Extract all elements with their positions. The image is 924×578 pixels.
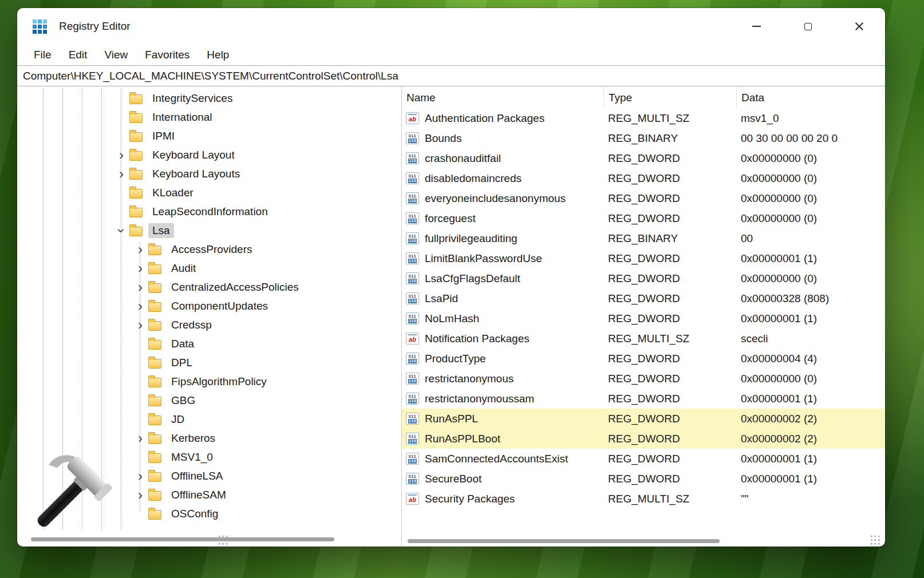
tree-item[interactable]: DPL xyxy=(17,353,401,372)
registry-value-row[interactable]: 011110 LimitBlankPasswordUse REG_DWORD 0… xyxy=(402,248,885,268)
value-data: 0x00000002 (2) xyxy=(736,413,885,425)
registry-value-row[interactable]: 011110 restrictanonymous REG_DWORD 0x000… xyxy=(402,369,885,389)
tree-item[interactable]: AccessProviders xyxy=(17,240,401,259)
value-name-cell: 011110 ProductType xyxy=(402,353,603,365)
chevron-icon[interactable] xyxy=(132,299,148,313)
value-type-icon: 011110 xyxy=(406,132,419,144)
registry-value-row[interactable]: 011110 SamConnectedAccountsExist REG_DWO… xyxy=(402,449,885,469)
chevron-icon[interactable] xyxy=(113,224,129,237)
menu-favorites[interactable]: Favorites xyxy=(136,47,198,63)
registry-value-row[interactable]: ab Security Packages REG_MULTI_SZ "" xyxy=(402,489,885,509)
registry-value-row[interactable]: 011110 LsaCfgFlagsDefault REG_DWORD 0x00… xyxy=(402,268,885,288)
tree-item[interactable]: OfflineSAM xyxy=(17,485,401,504)
tree-item-label: Data xyxy=(167,336,198,351)
value-type-icon: 011110 xyxy=(406,413,419,425)
tree-item[interactable]: ComponentUpdates xyxy=(17,296,401,315)
tree-item[interactable]: IPMI xyxy=(17,126,401,145)
chevron-icon[interactable] xyxy=(132,488,148,502)
value-data: 0x00000001 (1) xyxy=(736,393,885,405)
registry-value-row[interactable]: ab Notification Packages REG_MULTI_SZ sc… xyxy=(402,328,885,349)
column-header-name[interactable]: Name xyxy=(402,88,603,108)
tree-horizontal-scrollbar[interactable] xyxy=(31,537,334,541)
value-type-icon: 011110 xyxy=(406,292,419,304)
value-type-icon: 011110 xyxy=(406,453,419,465)
folder-icon xyxy=(129,170,143,180)
registry-value-row[interactable]: 011110 everyoneincludesanonymous REG_DWO… xyxy=(402,188,885,208)
tree-item[interactable]: OfflineLSA xyxy=(17,466,401,485)
registry-value-row[interactable]: 011110 RunAsPPLBoot REG_DWORD 0x00000002… xyxy=(402,429,885,449)
tree-item[interactable]: Credssp xyxy=(17,315,401,334)
tree-item-label: Lsa xyxy=(148,223,174,238)
registry-editor-icon xyxy=(32,19,48,34)
registry-value-row[interactable]: 011110 RunAsPPL REG_DWORD 0x00000002 (2) xyxy=(402,409,885,429)
tree-item[interactable]: Keyboard Layout xyxy=(17,145,401,164)
close-button[interactable] xyxy=(834,8,885,45)
registry-value-row[interactable]: 011110 NoLmHash REG_DWORD 0x00000001 (1) xyxy=(402,308,885,328)
folder-icon xyxy=(129,94,143,104)
resize-grip[interactable] xyxy=(870,535,880,545)
maximize-button[interactable] xyxy=(782,8,834,45)
value-name-cell: 011110 Bounds xyxy=(402,132,603,145)
value-name: LimitBlankPasswordUse xyxy=(425,252,542,265)
registry-value-row[interactable]: 011110 disabledomaincreds REG_DWORD 0x00… xyxy=(402,168,885,188)
tree-item[interactable]: MSV1_0 xyxy=(17,448,401,466)
tree-item[interactable]: Data xyxy=(17,334,401,353)
tree-item[interactable]: Audit xyxy=(17,259,401,278)
value-type: REG_DWORD xyxy=(603,172,736,185)
value-name-cell: 011110 everyoneincludesanonymous xyxy=(402,192,603,205)
tree-item[interactable]: KLoader xyxy=(17,183,401,202)
tree-item[interactable]: CentralizedAccessPolicies xyxy=(17,278,401,296)
tree-item[interactable]: LeapSecondInformation xyxy=(17,202,401,221)
value-type-icon: 011110 xyxy=(406,373,419,385)
column-header-data[interactable]: Data xyxy=(736,88,885,108)
list-horizontal-scrollbar[interactable] xyxy=(408,539,720,543)
tree-item[interactable]: International xyxy=(17,108,401,126)
value-name: SamConnectedAccountsExist xyxy=(425,453,568,465)
value-data: 0x00000004 (4) xyxy=(736,353,885,365)
chevron-icon[interactable] xyxy=(132,431,148,445)
scroll-grip[interactable] xyxy=(218,535,228,545)
title-bar[interactable]: Registry Editor xyxy=(17,8,885,45)
column-header-type[interactable]: Type xyxy=(603,88,736,108)
minimize-button[interactable] xyxy=(730,8,782,45)
value-name: forceguest xyxy=(425,212,476,225)
registry-value-row[interactable]: 011110 SecureBoot REG_DWORD 0x00000001 (… xyxy=(402,469,885,489)
chevron-icon[interactable] xyxy=(132,318,148,332)
value-type-icon: 011110 xyxy=(406,433,419,445)
value-name-cell: 011110 forceguest xyxy=(402,212,603,225)
chevron-icon[interactable] xyxy=(132,469,148,483)
chevron-icon[interactable] xyxy=(113,167,129,181)
tree-item[interactable]: Lsa xyxy=(17,221,401,240)
registry-value-row[interactable]: ab Authentication Packages REG_MULTI_SZ … xyxy=(402,108,885,128)
registry-value-row[interactable]: 011110 restrictanonymoussam REG_DWORD 0x… xyxy=(402,389,885,409)
registry-value-row[interactable]: 011110 LsaPid REG_DWORD 0x00000328 (808) xyxy=(402,288,885,308)
value-type: REG_DWORD xyxy=(603,473,736,485)
chevron-icon[interactable] xyxy=(132,243,148,256)
tree-item[interactable]: Keyboard Layouts xyxy=(17,164,401,183)
menu-help[interactable]: Help xyxy=(198,47,238,63)
registry-value-row[interactable]: 011110 Bounds REG_BINARY 00 30 00 00 00 … xyxy=(402,128,885,148)
value-type: REG_DWORD xyxy=(603,353,736,365)
menu-edit[interactable]: Edit xyxy=(60,47,96,63)
tree-item[interactable]: JD xyxy=(17,410,401,429)
menu-file[interactable]: File xyxy=(25,47,60,63)
chevron-icon[interactable] xyxy=(113,148,129,162)
address-bar[interactable]: Computer\HKEY_LOCAL_MACHINE\SYSTEM\Curre… xyxy=(17,65,885,86)
value-type: REG_DWORD xyxy=(603,152,736,165)
chevron-icon[interactable] xyxy=(132,262,148,275)
value-data: 0x00000001 (1) xyxy=(736,453,885,465)
registry-value-row[interactable]: 011110 crashonauditfail REG_DWORD 0x0000… xyxy=(402,148,885,168)
tree-item[interactable]: FipsAlgorithmPolicy xyxy=(17,372,401,391)
value-type-icon: 011110 xyxy=(406,473,419,485)
registry-value-row[interactable]: 011110 forceguest REG_DWORD 0x00000000 (… xyxy=(402,208,885,228)
tree-item[interactable]: Kerberos xyxy=(17,429,401,448)
registry-value-row[interactable]: 011110 ProductType REG_DWORD 0x00000004 … xyxy=(402,349,885,369)
tree-item[interactable]: GBG xyxy=(17,391,401,410)
registry-value-row[interactable]: 011110 fullprivilegeauditing REG_BINARY … xyxy=(402,228,885,248)
tree-item[interactable]: IntegrityServices xyxy=(17,89,401,108)
value-name: RunAsPPLBoot xyxy=(425,433,500,445)
chevron-icon[interactable] xyxy=(132,280,148,294)
menu-view[interactable]: View xyxy=(96,47,136,63)
value-data: 0x00000000 (0) xyxy=(736,172,885,185)
tree-item[interactable]: OSConfig xyxy=(17,504,401,523)
